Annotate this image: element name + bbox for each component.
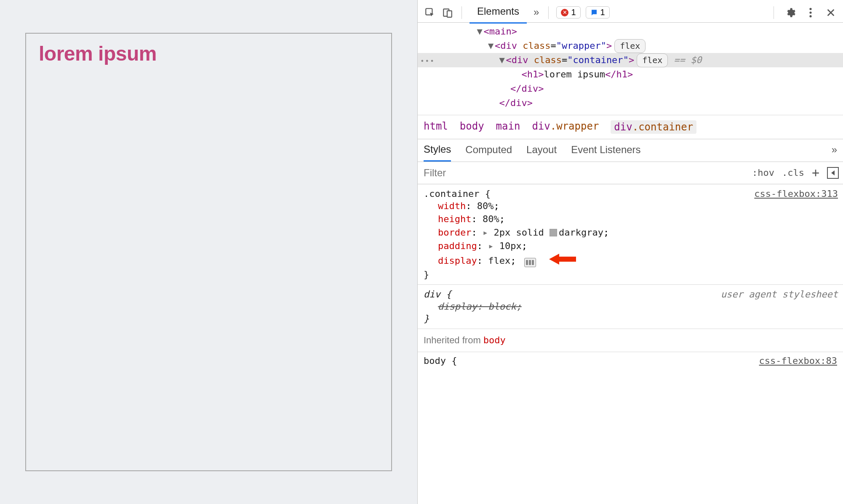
- tab-elements[interactable]: Elements: [470, 1, 527, 24]
- flex-badge[interactable]: flex: [637, 53, 668, 67]
- devtools-panel: Elements » ✕ 1 1 ▼<main>: [417, 0, 843, 504]
- subtab-layout[interactable]: Layout: [526, 144, 557, 161]
- new-style-rule[interactable]: +: [812, 169, 819, 177]
- styles-subtabs: Styles Computed Layout Event Listeners »: [418, 139, 843, 162]
- css-declaration[interactable]: padding: ▸ 10px;: [438, 239, 837, 253]
- subtab-event-listeners[interactable]: Event Listeners: [571, 144, 640, 161]
- dom-node-selected[interactable]: ▼<div class="container">flex== $0: [418, 53, 843, 67]
- annotation-arrow-icon: [549, 253, 576, 269]
- inherited-from-header: Inherited from body: [418, 329, 843, 352]
- style-rule-body-cut[interactable]: body { css-flexbox:83: [418, 352, 843, 366]
- toolbar-separator: [774, 6, 774, 19]
- crumb-body[interactable]: body: [460, 120, 484, 134]
- errors-pill[interactable]: ✕ 1: [556, 6, 580, 19]
- styles-pane: css-flexbox:313 .container { width: 80%;…: [418, 184, 843, 504]
- toolbar-separator: [548, 6, 549, 19]
- flex-badge[interactable]: flex: [614, 39, 646, 53]
- rule-source-link[interactable]: css-flexbox:313: [754, 188, 838, 199]
- dom-node[interactable]: ▼<main>: [418, 24, 843, 39]
- subtabs-overflow[interactable]: »: [832, 144, 837, 161]
- svg-point-5: [809, 15, 811, 17]
- dom-node[interactable]: </div>: [418, 96, 843, 110]
- subtab-computed[interactable]: Computed: [465, 144, 512, 161]
- error-icon: ✕: [561, 9, 568, 16]
- devtools-toolbar: Elements » ✕ 1 1: [418, 0, 843, 23]
- color-swatch[interactable]: [550, 229, 557, 236]
- subtab-styles[interactable]: Styles: [424, 143, 451, 162]
- style-rule-div-ua[interactable]: user agent stylesheet div { display: blo…: [418, 285, 843, 329]
- rule-source-ua: user agent stylesheet: [721, 289, 838, 300]
- crumb-wrapper[interactable]: div.wrapper: [532, 120, 599, 134]
- preview-heading: lorem ipsum: [39, 42, 379, 65]
- css-declaration[interactable]: width: 80%;: [438, 199, 837, 213]
- css-declaration[interactable]: border: ▸ 2px solid darkgray;: [438, 226, 837, 239]
- svg-point-4: [809, 11, 811, 13]
- toggle-hov[interactable]: :hov: [752, 167, 774, 178]
- css-declaration-overridden[interactable]: display: block;: [438, 300, 837, 313]
- inspect-icon[interactable]: [424, 6, 436, 19]
- breadcrumb: html body main div.wrapper div.container: [418, 115, 843, 139]
- rule-source-link[interactable]: css-flexbox:83: [759, 355, 837, 366]
- crumb-html[interactable]: html: [424, 120, 448, 134]
- dom-node[interactable]: </div>: [418, 82, 843, 96]
- tabs-overflow[interactable]: »: [532, 2, 541, 23]
- error-count: 1: [571, 8, 576, 17]
- toolbar-separator: [462, 6, 462, 19]
- css-declaration[interactable]: display: flex;: [438, 253, 837, 269]
- issue-icon: [590, 9, 598, 16]
- crumb-container[interactable]: div.container: [611, 120, 696, 134]
- preview-container: lorem ipsum: [25, 33, 392, 471]
- page-preview: lorem ipsum: [0, 0, 417, 504]
- kebab-icon[interactable]: [804, 6, 817, 19]
- computed-styles-toggle-icon[interactable]: [827, 167, 839, 179]
- crumb-main[interactable]: main: [496, 120, 520, 134]
- gear-icon[interactable]: [784, 6, 797, 19]
- toggle-cls[interactable]: .cls: [782, 167, 804, 178]
- flexbox-editor-icon[interactable]: [524, 258, 536, 267]
- close-icon[interactable]: [824, 6, 837, 19]
- issues-pill[interactable]: 1: [586, 6, 610, 19]
- issue-count: 1: [600, 8, 605, 17]
- selected-marker: == $0: [674, 55, 702, 65]
- dom-node[interactable]: <h1>lorem ipsum</h1>: [418, 67, 843, 82]
- styles-filter-input[interactable]: [422, 164, 744, 181]
- styles-filter-row: :hov .cls +: [418, 162, 843, 184]
- dom-tree[interactable]: ▼<main> ▼<div class="wrapper">flex ▼<div…: [418, 23, 843, 115]
- css-declaration[interactable]: height: 80%;: [438, 212, 837, 226]
- device-toggle-icon[interactable]: [441, 6, 454, 19]
- svg-point-3: [809, 8, 811, 10]
- svg-rect-2: [447, 11, 452, 17]
- style-rule-container[interactable]: css-flexbox:313 .container { width: 80%;…: [418, 184, 843, 285]
- dom-node[interactable]: ▼<div class="wrapper">flex: [418, 39, 843, 53]
